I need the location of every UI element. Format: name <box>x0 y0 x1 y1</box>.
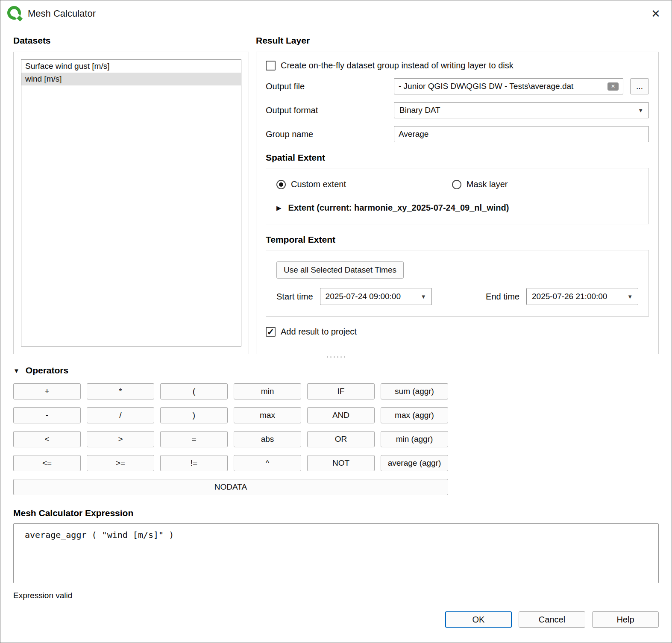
browse-button[interactable]: ... <box>630 78 649 94</box>
use-all-dataset-times-button[interactable]: Use all Selected Dataset Times <box>276 261 404 279</box>
group-name-label: Group name <box>266 129 394 139</box>
output-file-label: Output file <box>266 82 394 91</box>
output-format-label: Output format <box>266 106 394 115</box>
datasets-heading: Datasets <box>13 35 249 46</box>
list-item[interactable]: wind [m/s] <box>21 73 241 85</box>
operators-grid: +*(minIFsum (aggr)-/)maxANDmax (aggr)<>=… <box>13 383 659 495</box>
chevron-down-icon: ▼ <box>627 294 633 300</box>
custom-extent-label: Custom extent <box>291 179 346 189</box>
on-the-fly-label: Create on-the-fly dataset group instead … <box>281 61 514 70</box>
clear-field-icon[interactable]: ✕ <box>607 82 619 91</box>
spatial-extent-heading: Spatial Extent <box>266 153 649 163</box>
dialog-title: Mesh Calculator <box>28 8 96 19</box>
expression-status: Expression valid <box>13 591 659 600</box>
start-time-label: Start time <box>276 292 313 302</box>
group-name-row: Group name <box>266 126 649 142</box>
mask-layer-radio[interactable]: Mask layer <box>452 179 628 189</box>
operators-heading: Operators <box>26 365 68 376</box>
result-layer-panel: Create on-the-fly dataset group instead … <box>256 52 659 354</box>
custom-extent-radio[interactable]: Custom extent <box>276 179 452 189</box>
operator-button[interactable]: < <box>13 431 81 447</box>
ok-button[interactable]: OK <box>445 611 512 628</box>
list-item[interactable]: Surface wind gust [m/s] <box>21 60 241 73</box>
output-format-dropdown[interactable]: Binary DAT ▼ <box>394 102 649 118</box>
operator-button[interactable]: / <box>87 407 154 423</box>
operator-button[interactable]: min <box>234 383 301 399</box>
operator-button[interactable]: != <box>160 455 228 471</box>
mesh-calculator-dialog: Mesh Calculator ✕ Datasets Surface wind … <box>0 0 672 643</box>
group-name-input[interactable] <box>394 126 649 142</box>
temporal-extent-heading: Temporal Extent <box>266 235 649 245</box>
operator-button[interactable]: max <box>234 407 301 423</box>
expression-editor[interactable]: average_aggr ( "wind [m/s]" ) <box>13 523 659 583</box>
operator-button[interactable]: AND <box>307 407 375 423</box>
chevron-down-icon: ▼ <box>421 294 426 300</box>
datasets-panel: Surface wind gust [m/s]wind [m/s] <box>13 52 249 354</box>
splitter-handle[interactable] <box>13 355 659 358</box>
operator-button[interactable]: NOT <box>307 455 375 471</box>
on-the-fly-checkbox[interactable] <box>266 61 276 70</box>
output-file-field[interactable]: - Junior QGIS DW\QGIS DW - Tests\average… <box>394 78 623 94</box>
chevron-down-icon: ▼ <box>638 107 643 114</box>
datasets-list[interactable]: Surface wind gust [m/s]wind [m/s] <box>21 59 241 346</box>
output-file-value: - Junior QGIS DW\QGIS DW - Tests\average… <box>399 82 604 91</box>
operator-button[interactable]: + <box>13 383 81 399</box>
operator-button[interactable]: ^ <box>234 455 301 471</box>
output-file-row: Output file - Junior QGIS DW\QGIS DW - T… <box>266 78 649 94</box>
temporal-extent-group: Use all Selected Dataset Times Start tim… <box>266 250 649 317</box>
titlebar: Mesh Calculator ✕ <box>0 0 672 27</box>
operator-button[interactable]: = <box>160 431 228 447</box>
chevron-right-icon[interactable]: ▶ <box>276 204 282 212</box>
check-icon: ✓ <box>267 327 275 336</box>
operator-button[interactable]: average (aggr) <box>381 455 448 471</box>
output-format-value: Binary DAT <box>399 106 440 115</box>
extent-expander[interactable]: ▶ Extent (current: harmonie_xy_2025-07-2… <box>276 203 638 213</box>
close-icon[interactable]: ✕ <box>646 4 666 23</box>
operator-button[interactable]: ) <box>160 407 228 423</box>
chevron-down-icon[interactable]: ▼ <box>13 367 20 374</box>
operator-button[interactable]: min (aggr) <box>381 431 448 447</box>
operator-button[interactable]: sum (aggr) <box>381 383 448 399</box>
spatial-extent-group: Custom extent Mask layer ▶ Extent (curre… <box>266 168 649 224</box>
add-result-row: ✓ Add result to project <box>266 327 649 337</box>
expression-heading: Mesh Calculator Expression <box>13 508 659 518</box>
operators-expander[interactable]: ▼ Operators <box>13 365 659 376</box>
help-button[interactable]: Help <box>592 611 659 628</box>
end-time-dropdown[interactable]: 2025-07-26 21:00:00 ▼ <box>526 288 638 305</box>
operator-button[interactable]: IF <box>307 383 375 399</box>
operator-button[interactable]: max (aggr) <box>381 407 448 423</box>
radio-unselected-icon[interactable] <box>452 180 461 189</box>
operator-button[interactable]: >= <box>87 455 154 471</box>
add-result-label: Add result to project <box>281 327 357 337</box>
qgis-logo-icon <box>7 6 23 21</box>
extent-current-label: Extent (current: harmonie_xy_2025-07-24_… <box>288 203 509 213</box>
operator-button[interactable]: ( <box>160 383 228 399</box>
start-time-dropdown[interactable]: 2025-07-24 09:00:00 ▼ <box>320 288 432 305</box>
cancel-button[interactable]: Cancel <box>519 611 585 628</box>
operator-button[interactable]: OR <box>307 431 375 447</box>
operator-button[interactable]: abs <box>234 431 301 447</box>
operator-button[interactable]: - <box>13 407 81 423</box>
nodata-button[interactable]: NODATA <box>13 479 448 495</box>
radio-selected-icon[interactable] <box>276 180 286 189</box>
result-layer-heading: Result Layer <box>256 35 659 46</box>
mask-layer-label: Mask layer <box>467 179 508 189</box>
end-time-label: End time <box>486 292 519 302</box>
start-time-value: 2025-07-24 09:00:00 <box>326 292 401 301</box>
on-the-fly-row: Create on-the-fly dataset group instead … <box>266 61 649 70</box>
end-time-value: 2025-07-26 21:00:00 <box>532 292 607 301</box>
add-result-checkbox[interactable]: ✓ <box>266 327 276 337</box>
operator-button[interactable]: <= <box>13 455 81 471</box>
footer-buttons: OK Cancel Help <box>0 600 672 628</box>
operator-button[interactable]: > <box>87 431 154 447</box>
output-format-row: Output format Binary DAT ▼ <box>266 102 649 118</box>
operator-button[interactable]: * <box>87 383 154 399</box>
